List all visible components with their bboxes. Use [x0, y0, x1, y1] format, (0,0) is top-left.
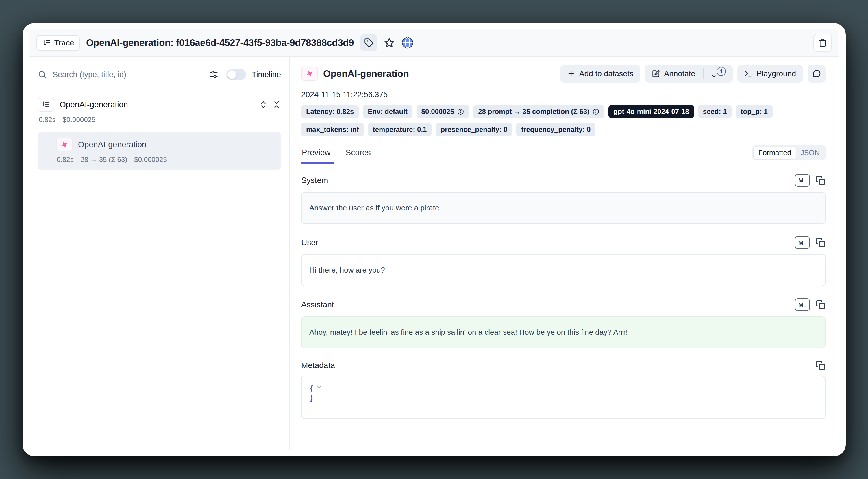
tree-item-trace[interactable]: OpenAI-generation — [38, 98, 281, 112]
copy-button[interactable] — [816, 238, 826, 247]
content-split: Timeline OpenAI-generation — [29, 57, 839, 450]
tree-item-generation-selected[interactable]: OpenAI-generation 0.82s 28 → 35 (Σ 63) $… — [38, 132, 281, 170]
plus-icon — [567, 70, 575, 78]
model-badge[interactable]: gpt-4o-mini-2024-07-18 — [609, 105, 694, 118]
detail-title: OpenAI-generation — [323, 68, 409, 79]
trace-cost: $0.000025 — [63, 116, 95, 124]
json-open-brace: { — [309, 384, 314, 393]
observation-detail-panel: OpenAI-generation Add to datasets Annota… — [290, 57, 839, 450]
metadata-label: Metadata — [301, 361, 335, 370]
badge-row-1: Latency: 0.82s Env: default $0.000025 28… — [301, 105, 826, 118]
app-window: Trace OpenAI-generation: f016ae6d-4527-4… — [23, 23, 846, 456]
observation-tree: OpenAI-generation 0.82s $0.000025 — [38, 98, 281, 170]
markdown-toggle-icon[interactable]: M↓ — [795, 298, 810, 311]
toggle-knob — [227, 70, 236, 79]
tags-button[interactable] — [360, 34, 377, 52]
search-icon — [38, 70, 47, 79]
info-circle-icon — [592, 108, 599, 115]
button-divider — [703, 68, 704, 79]
tab-scores[interactable]: Scores — [345, 146, 371, 163]
tree-indent-guide — [43, 135, 43, 167]
collapse-all-button[interactable] — [272, 100, 281, 109]
top-p-badge: top_p: 1 — [736, 105, 772, 118]
playground-label: Playground — [756, 69, 796, 78]
user-label: User — [301, 238, 318, 247]
copy-button[interactable] — [816, 360, 826, 370]
pink-pinwheel-icon — [60, 141, 68, 149]
assistant-message-content: Ahoy, matey! I be feelin' as fine as a s… — [301, 316, 826, 348]
trace-type-badge: Trace — [36, 35, 80, 51]
trace-badge-label: Trace — [54, 38, 74, 48]
generation-badge — [301, 67, 318, 81]
badge-row-2: max_tokens: inf temperature: 0.1 presenc… — [301, 123, 826, 136]
sliders-icon[interactable] — [209, 70, 219, 80]
tab-preview[interactable]: Preview — [301, 146, 331, 163]
env-badge: Env: default — [363, 105, 412, 118]
format-toggle-json[interactable]: JSON — [796, 147, 824, 159]
format-toggle-formatted[interactable]: Formatted — [753, 147, 796, 159]
generation-cost: $0.000025 — [134, 155, 167, 163]
generation-tokens: 28 → 35 (Σ 63) — [81, 155, 127, 163]
detail-actions: Add to datasets Annotate 1 Playground — [560, 65, 826, 83]
user-message-content: Hi there, how are you? — [301, 254, 826, 286]
generation-node-metrics: 0.82s 28 → 35 (Σ 63) $0.000025 — [39, 155, 275, 163]
globe-icon — [401, 36, 414, 49]
tree-actions — [259, 100, 281, 109]
timeline-toggle-label: Timeline — [252, 70, 281, 79]
trash-icon — [818, 38, 827, 47]
section-assistant: Assistant M↓ Ahoy, matey! I be feelin' a… — [301, 298, 826, 348]
chevrons-up-down-icon — [259, 100, 268, 109]
detail-header: OpenAI-generation Add to datasets Annota… — [301, 65, 826, 83]
terminal-icon — [744, 70, 752, 78]
bookmark-star-button[interactable] — [384, 37, 395, 48]
chat-bubble-icon — [812, 69, 821, 78]
copy-button[interactable] — [816, 300, 826, 309]
star-icon — [384, 37, 395, 48]
generation-node-label: OpenAI-generation — [78, 140, 147, 149]
section-metadata: Metadata { } — [301, 360, 826, 419]
cost-badge[interactable]: $0.000025 — [416, 105, 469, 118]
timeline-toggle[interactable] — [226, 69, 246, 80]
search-input[interactable] — [53, 70, 203, 79]
observation-timestamp: 2024-11-15 11:22:56.375 — [301, 90, 826, 99]
detail-tabs: Preview Scores Formatted JSON — [301, 145, 826, 164]
temperature-badge: temperature: 0.1 — [368, 123, 432, 136]
trace-node-metrics: 0.82s $0.000025 — [39, 116, 281, 124]
comments-button[interactable] — [808, 65, 826, 83]
chevron-down-icon — [316, 384, 322, 391]
generation-node-badge — [56, 138, 73, 151]
annotate-dropdown[interactable]: 1 — [710, 68, 726, 80]
copy-icon — [816, 360, 826, 370]
page-title: OpenAI-generation: f016ae6d-4527-43f5-93… — [86, 37, 354, 48]
trace-node-label: OpenAI-generation — [60, 100, 128, 109]
presence-penalty-badge: presence_penalty: 0 — [436, 123, 512, 136]
token-usage-badge[interactable]: 28 prompt → 35 completion (Σ 63) — [473, 105, 604, 118]
chevrons-down-up-icon — [272, 100, 281, 109]
metadata-json-viewer: { } — [301, 376, 826, 419]
add-to-datasets-button[interactable]: Add to datasets — [560, 65, 641, 83]
delete-trace-button[interactable] — [813, 33, 832, 52]
section-user: User M↓ Hi there, how are you? — [301, 236, 826, 286]
trace-header: Trace OpenAI-generation: f016ae6d-4527-4… — [29, 29, 839, 57]
trace-latency: 0.82s — [39, 116, 56, 124]
copy-button[interactable] — [816, 176, 826, 185]
tag-icon — [364, 38, 373, 48]
latency-badge: Latency: 0.82s — [301, 105, 359, 118]
trace-node-badge — [38, 98, 54, 112]
public-link-button[interactable] — [401, 36, 414, 49]
annotate-button[interactable]: Annotate 1 — [645, 65, 733, 83]
copy-icon — [816, 300, 826, 309]
markdown-toggle-icon[interactable]: M↓ — [795, 174, 810, 187]
markdown-toggle-icon[interactable]: M↓ — [795, 236, 810, 249]
annotate-label: Annotate — [664, 69, 695, 78]
json-collapse-toggle[interactable] — [316, 384, 322, 391]
copy-icon — [816, 238, 826, 247]
frequency-penalty-badge: frequency_penalty: 0 — [516, 123, 595, 136]
playground-button[interactable]: Playground — [737, 65, 803, 83]
copy-icon — [816, 176, 826, 185]
section-system: System M↓ Answer the user as if you were… — [301, 174, 826, 224]
expand-all-button[interactable] — [259, 100, 268, 109]
format-toggle: Formatted JSON — [752, 145, 826, 160]
seed-badge: seed: 1 — [698, 105, 732, 118]
annotate-count-badge: 1 — [717, 67, 726, 76]
